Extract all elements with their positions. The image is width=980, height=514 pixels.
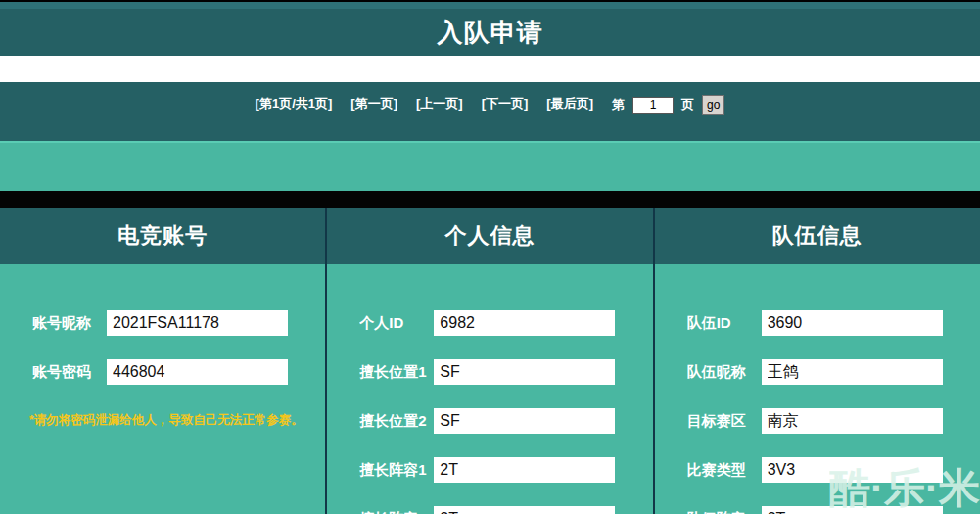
goto-prefix-label: 第 xyxy=(612,96,625,114)
target-region-input[interactable] xyxy=(762,408,943,434)
column-title: 队伍信息 xyxy=(772,223,863,248)
pagination-first-link[interactable]: [第一页] xyxy=(350,95,397,113)
column-header-esports-account: 电竞账号 xyxy=(0,208,325,264)
field-account-password: 账号密码 xyxy=(0,359,325,385)
preferred-position-2-input[interactable] xyxy=(434,408,615,434)
field-preferred-position-1: 擅长位置1 xyxy=(327,359,652,385)
field-label: 擅长位置2 xyxy=(359,412,434,431)
field-team-lineup-1: 队伍阵容1 xyxy=(655,506,980,514)
column-personal-info: 个人信息 个人ID 擅长位置1 擅长位置2 擅长阵容1 xyxy=(325,208,652,514)
pagination-prev-link[interactable]: [上一页] xyxy=(416,95,463,113)
column-title: 电竞账号 xyxy=(117,223,208,248)
column-body-esports-account: 账号昵称 账号密码 *请勿将密码泄漏给他人，导致自己无法正常参赛。 xyxy=(0,264,325,514)
column-team-info: 队伍信息 队伍ID 队伍昵称 目标赛区 比赛类型 xyxy=(653,208,980,514)
pagination-goto-group: 第 页 go xyxy=(612,95,724,115)
team-nickname-input[interactable] xyxy=(762,359,943,385)
team-lineup-1-input[interactable] xyxy=(762,506,943,514)
column-body-personal-info: 个人ID 擅长位置1 擅长位置2 擅长阵容1 擅长阵容2 xyxy=(327,264,652,514)
field-label: 擅长位置1 xyxy=(359,363,434,382)
pagination-bar: [第1页/共1页] [第一页] [上一页] [下一页] [最后页] 第 页 go xyxy=(0,82,980,141)
column-esports-account: 电竞账号 账号昵称 账号密码 *请勿将密码泄漏给他人，导致自己无法正常参赛。 xyxy=(0,208,325,514)
field-label: 目标赛区 xyxy=(687,412,762,431)
match-type-input[interactable] xyxy=(762,457,943,483)
field-preferred-lineup-2: 擅长阵容2 xyxy=(327,506,652,514)
field-preferred-position-2: 擅长位置2 xyxy=(327,408,652,434)
field-team-id: 队伍ID xyxy=(655,310,980,336)
column-header-personal-info: 个人信息 xyxy=(327,208,652,264)
field-account-nickname: 账号昵称 xyxy=(0,310,325,336)
section-divider xyxy=(0,191,980,208)
field-personal-id: 个人ID xyxy=(327,310,652,336)
top-accent-strip xyxy=(0,2,980,9)
page-number-input[interactable] xyxy=(632,97,674,114)
team-id-input[interactable] xyxy=(762,310,943,336)
field-label: 队伍昵称 xyxy=(687,363,762,382)
personal-id-input[interactable] xyxy=(434,310,615,336)
field-label: 比赛类型 xyxy=(687,461,762,480)
spacer-band xyxy=(0,141,980,191)
pagination-page-info: [第1页/共1页] xyxy=(256,95,333,113)
goto-suffix-label: 页 xyxy=(681,96,694,114)
go-button[interactable]: go xyxy=(702,95,724,115)
field-label: 擅长阵容2 xyxy=(359,510,434,514)
page: 入队申请 [第1页/共1页] [第一页] [上一页] [下一页] [最后页] 第… xyxy=(0,0,980,514)
field-label: 账号密码 xyxy=(32,363,107,382)
pagination-next-link[interactable]: [下一页] xyxy=(482,95,529,113)
field-label: 个人ID xyxy=(359,314,434,333)
pagination-last-link[interactable]: [最后页] xyxy=(546,95,593,113)
field-team-nickname: 队伍昵称 xyxy=(655,359,980,385)
preferred-lineup-1-input[interactable] xyxy=(434,457,615,483)
account-nickname-input[interactable] xyxy=(107,310,288,336)
account-password-input[interactable] xyxy=(107,359,288,385)
form-columns: 电竞账号 账号昵称 账号密码 *请勿将密码泄漏给他人，导致自己无法正常参赛。 个… xyxy=(0,208,980,514)
empty-content-bar xyxy=(0,56,980,82)
field-match-type: 比赛类型 xyxy=(655,457,980,483)
field-preferred-lineup-1: 擅长阵容1 xyxy=(327,457,652,483)
column-title: 个人信息 xyxy=(444,223,535,248)
field-label: 队伍阵容1 xyxy=(687,510,762,514)
preferred-position-1-input[interactable] xyxy=(434,359,615,385)
field-label: 擅长阵容1 xyxy=(359,461,434,480)
field-label: 账号昵称 xyxy=(32,314,107,333)
field-target-region: 目标赛区 xyxy=(655,408,980,434)
password-warning-text: *请勿将密码泄漏给他人，导致自己无法正常参赛。 xyxy=(29,412,303,429)
field-label: 队伍ID xyxy=(687,314,762,333)
page-title: 入队申请 xyxy=(0,9,980,56)
preferred-lineup-2-input[interactable] xyxy=(434,506,615,514)
app-header: 入队申请 xyxy=(0,9,980,56)
column-body-team-info: 队伍ID 队伍昵称 目标赛区 比赛类型 队伍阵容1 xyxy=(655,264,980,514)
column-header-team-info: 队伍信息 xyxy=(655,208,980,264)
